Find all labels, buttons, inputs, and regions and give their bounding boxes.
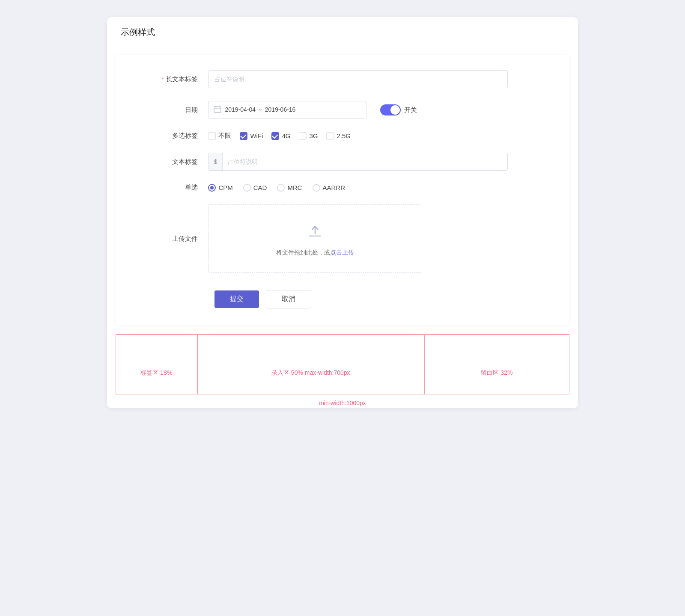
- zone-input-area: 录入区 50% max-width:700px: [197, 335, 424, 394]
- radio-mrc[interactable]: MRC: [277, 184, 302, 192]
- zone-blank-area: 留白区 32%: [424, 335, 569, 394]
- prefix-input-wrapper: $: [208, 153, 508, 171]
- radio-cad-label: CAD: [253, 184, 267, 191]
- radio-cpm[interactable]: CPM: [208, 184, 232, 192]
- submit-button[interactable]: 提交: [214, 290, 259, 308]
- calendar-icon: [214, 105, 221, 115]
- long-text-row: *长文本标签: [116, 70, 569, 88]
- page-title-bar: 示例样式: [107, 17, 578, 46]
- radio-row: 单选 CPM CAD MRC: [116, 184, 569, 192]
- text-prefix-area: $: [208, 153, 508, 171]
- text-prefix-row: 文本标签 $: [116, 153, 569, 171]
- checkbox-3g[interactable]: 3G: [299, 132, 318, 140]
- radio-mrc-circle: [277, 184, 285, 192]
- checkbox-4g-box: [271, 132, 279, 140]
- toggle-wrapper: 开关: [380, 104, 417, 116]
- checkbox-group: 不限 WiFi 4G 3G: [208, 132, 351, 140]
- upload-hint-link[interactable]: 点击上传: [330, 249, 354, 256]
- toggle-label: 开关: [404, 106, 417, 114]
- date-range-value: 2019-04-04 ～ 2019-06-16: [225, 106, 295, 114]
- checkbox-wifi-label: WiFi: [250, 132, 263, 139]
- radio-group-area: CPM CAD MRC AARRR: [208, 184, 508, 192]
- radio-cad-circle: [243, 184, 251, 192]
- page-title: 示例样式: [121, 27, 155, 37]
- upload-dropzone[interactable]: 将文件拖到此处，或点击上传: [208, 204, 422, 273]
- checkbox-nolimit-label: 不限: [218, 132, 231, 140]
- checkbox-3g-label: 3G: [309, 132, 318, 139]
- date-range-input[interactable]: 2019-04-04 ～ 2019-06-16: [208, 101, 366, 119]
- svg-rect-0: [214, 107, 221, 113]
- upload-area-wrapper: 将文件拖到此处，或点击上传: [208, 204, 508, 273]
- radio-label: 单选: [133, 184, 208, 192]
- upload-row: 上传文件 将文件拖到此处，或点击上传: [116, 204, 569, 273]
- checkbox-nolimit-box: [208, 132, 216, 140]
- checkbox-25g[interactable]: 2.5G: [326, 132, 351, 140]
- upload-hint-prefix: 将文件拖到此处，或: [276, 249, 330, 256]
- checkbox-4g-label: 4G: [282, 132, 290, 139]
- date-row: 日期 2019-04-04 ～ 2019-06-16: [116, 101, 569, 119]
- checkbox-group-area: 不限 WiFi 4G 3G: [208, 132, 508, 140]
- upload-label: 上传文件: [133, 235, 208, 243]
- upload-icon: [305, 221, 325, 243]
- zone1-label: 标签区 18%: [116, 361, 197, 385]
- toggle-switch[interactable]: [380, 104, 401, 116]
- radio-aarrr-circle: [313, 184, 320, 192]
- long-text-control-area: [208, 70, 508, 88]
- radio-group: CPM CAD MRC AARRR: [208, 184, 345, 192]
- text-label: 文本标签: [133, 158, 208, 166]
- checkbox-25g-box: [326, 132, 334, 140]
- layout-guide-section: 标签区 18% 录入区 50% max-width:700px 留白区 32% …: [116, 334, 569, 408]
- date-control-area: 2019-04-04 ～ 2019-06-16 开关: [208, 101, 508, 119]
- checkbox-wifi[interactable]: WiFi: [240, 132, 263, 140]
- svg-rect-4: [309, 235, 321, 237]
- outer-card: 示例样式 *长文本标签 日期: [107, 17, 578, 408]
- upload-hint: 将文件拖到此处，或点击上传: [276, 249, 354, 257]
- layout-guide: 标签区 18% 录入区 50% max-width:700px 留白区 32%: [116, 334, 569, 394]
- zone-label-area: 标签区 18%: [116, 335, 197, 394]
- checkbox-4g[interactable]: 4G: [271, 132, 290, 140]
- form-buttons: 提交 取消: [197, 286, 569, 308]
- prefix-symbol: $: [208, 153, 223, 170]
- prefix-text-input[interactable]: [223, 158, 507, 165]
- zone2-label: 录入区 50% max-width:700px: [198, 361, 424, 385]
- multi-label: 多选标签: [133, 132, 208, 140]
- radio-cpm-circle: [208, 184, 216, 192]
- required-star: *: [162, 75, 164, 83]
- toggle-thumb: [390, 105, 400, 115]
- checkbox-nolimit[interactable]: 不限: [208, 132, 231, 140]
- radio-aarrr[interactable]: AARRR: [313, 184, 345, 192]
- radio-mrc-label: MRC: [287, 184, 302, 191]
- cancel-button[interactable]: 取消: [266, 290, 311, 308]
- checkbox-wifi-box: [240, 132, 247, 140]
- radio-aarrr-label: AARRR: [323, 184, 345, 191]
- long-text-label: *长文本标签: [133, 75, 208, 83]
- radio-cad[interactable]: CAD: [243, 184, 267, 192]
- date-label: 日期: [133, 106, 208, 114]
- min-width-label: min-width:1000px: [116, 394, 569, 408]
- checkbox-25g-label: 2.5G: [337, 132, 351, 139]
- checkbox-3g-box: [299, 132, 307, 140]
- radio-cpm-label: CPM: [218, 184, 232, 191]
- multi-checkbox-row: 多选标签 不限 WiFi 4G: [116, 132, 569, 140]
- long-text-input[interactable]: [208, 70, 508, 88]
- form-card: *长文本标签 日期 2019: [116, 55, 569, 326]
- zone3-label: 留白区 32%: [425, 361, 569, 385]
